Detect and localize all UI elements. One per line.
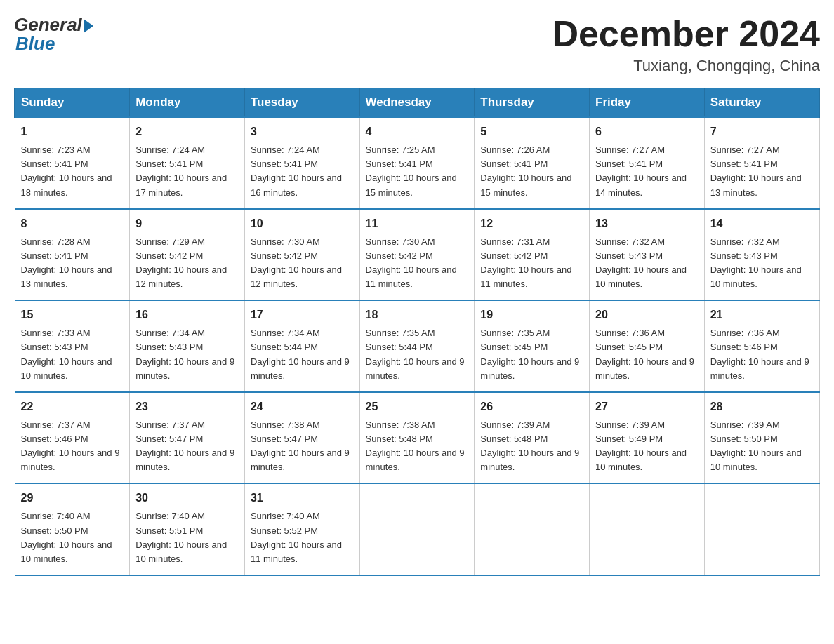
calendar-day-cell: 8 Sunrise: 7:28 AM Sunset: 5:41 PM Dayli… xyxy=(15,209,130,301)
day-info: Sunrise: 7:35 AM Sunset: 5:44 PM Dayligh… xyxy=(366,328,465,380)
day-number: 9 xyxy=(135,215,239,232)
day-info: Sunrise: 7:39 AM Sunset: 5:49 PM Dayligh… xyxy=(595,420,687,472)
calendar-day-cell: 22 Sunrise: 7:37 AM Sunset: 5:46 PM Dayl… xyxy=(15,392,130,484)
title-block: December 2024 Tuxiang, Chongqing, China xyxy=(552,14,820,75)
calendar-day-cell: 2 Sunrise: 7:24 AM Sunset: 5:41 PM Dayli… xyxy=(130,117,245,209)
calendar-day-cell: 26 Sunrise: 7:39 AM Sunset: 5:48 PM Dayl… xyxy=(475,392,590,484)
calendar-day-cell: 5 Sunrise: 7:26 AM Sunset: 5:41 PM Dayli… xyxy=(475,117,590,209)
day-info: Sunrise: 7:29 AM Sunset: 5:42 PM Dayligh… xyxy=(135,236,227,289)
day-info: Sunrise: 7:36 AM Sunset: 5:46 PM Dayligh… xyxy=(710,328,809,380)
calendar-day-cell xyxy=(359,483,475,575)
day-number: 30 xyxy=(135,490,239,507)
day-number: 8 xyxy=(21,215,124,232)
day-number: 7 xyxy=(710,123,814,140)
day-info: Sunrise: 7:25 AM Sunset: 5:41 PM Dayligh… xyxy=(366,145,457,197)
day-number: 5 xyxy=(480,123,583,140)
day-number: 19 xyxy=(480,307,583,323)
calendar-day-cell: 23 Sunrise: 7:37 AM Sunset: 5:47 PM Dayl… xyxy=(130,392,245,484)
calendar-day-cell: 6 Sunrise: 7:27 AM Sunset: 5:41 PM Dayli… xyxy=(590,117,705,209)
day-number: 13 xyxy=(595,215,699,232)
calendar-week-row: 1 Sunrise: 7:23 AM Sunset: 5:41 PM Dayli… xyxy=(15,117,819,209)
day-info: Sunrise: 7:36 AM Sunset: 5:45 PM Dayligh… xyxy=(595,328,694,380)
day-info: Sunrise: 7:37 AM Sunset: 5:46 PM Dayligh… xyxy=(21,420,120,472)
day-info: Sunrise: 7:24 AM Sunset: 5:41 PM Dayligh… xyxy=(251,145,342,197)
calendar-day-cell: 25 Sunrise: 7:38 AM Sunset: 5:48 PM Dayl… xyxy=(359,392,475,484)
calendar-day-cell: 1 Sunrise: 7:23 AM Sunset: 5:41 PM Dayli… xyxy=(15,117,130,209)
day-number: 16 xyxy=(135,307,239,323)
day-of-week-header: Wednesday xyxy=(359,88,475,118)
calendar-day-cell: 15 Sunrise: 7:33 AM Sunset: 5:43 PM Dayl… xyxy=(15,300,130,392)
day-of-week-header: Friday xyxy=(590,88,705,118)
day-number: 3 xyxy=(251,123,354,140)
day-info: Sunrise: 7:39 AM Sunset: 5:50 PM Dayligh… xyxy=(710,420,802,472)
calendar-day-cell: 11 Sunrise: 7:30 AM Sunset: 5:42 PM Dayl… xyxy=(359,209,475,301)
page-header: General Blue December 2024 Tuxiang, Chon… xyxy=(14,14,820,75)
location-title: Tuxiang, Chongqing, China xyxy=(552,57,820,75)
calendar-day-cell xyxy=(704,483,819,575)
day-of-week-header: Saturday xyxy=(704,88,819,118)
logo-arrow-icon xyxy=(84,19,93,33)
calendar-day-cell: 3 Sunrise: 7:24 AM Sunset: 5:41 PM Dayli… xyxy=(244,117,359,209)
day-info: Sunrise: 7:30 AM Sunset: 5:42 PM Dayligh… xyxy=(251,236,342,289)
calendar-table: SundayMondayTuesdayWednesdayThursdayFrid… xyxy=(14,88,820,576)
calendar-week-row: 22 Sunrise: 7:37 AM Sunset: 5:46 PM Dayl… xyxy=(15,392,819,484)
day-info: Sunrise: 7:24 AM Sunset: 5:41 PM Dayligh… xyxy=(135,145,227,197)
day-number: 26 xyxy=(480,398,583,415)
day-info: Sunrise: 7:34 AM Sunset: 5:43 PM Dayligh… xyxy=(135,328,234,380)
day-number: 12 xyxy=(480,215,583,232)
day-of-week-header: Tuesday xyxy=(244,88,359,118)
calendar-week-row: 29 Sunrise: 7:40 AM Sunset: 5:50 PM Dayl… xyxy=(15,483,819,575)
calendar-day-cell: 24 Sunrise: 7:38 AM Sunset: 5:47 PM Dayl… xyxy=(244,392,359,484)
day-info: Sunrise: 7:35 AM Sunset: 5:45 PM Dayligh… xyxy=(480,328,579,380)
day-number: 31 xyxy=(251,490,354,507)
calendar-day-cell xyxy=(475,483,590,575)
day-info: Sunrise: 7:37 AM Sunset: 5:47 PM Dayligh… xyxy=(135,420,234,472)
calendar-day-cell: 9 Sunrise: 7:29 AM Sunset: 5:42 PM Dayli… xyxy=(130,209,245,301)
logo: General Blue xyxy=(14,14,93,55)
calendar-day-cell: 29 Sunrise: 7:40 AM Sunset: 5:50 PM Dayl… xyxy=(15,483,130,575)
day-info: Sunrise: 7:30 AM Sunset: 5:42 PM Dayligh… xyxy=(366,236,457,289)
day-number: 24 xyxy=(251,398,354,415)
day-number: 4 xyxy=(366,123,469,140)
day-info: Sunrise: 7:38 AM Sunset: 5:47 PM Dayligh… xyxy=(251,420,350,472)
day-number: 2 xyxy=(135,123,239,140)
day-info: Sunrise: 7:32 AM Sunset: 5:43 PM Dayligh… xyxy=(595,236,687,289)
day-info: Sunrise: 7:34 AM Sunset: 5:44 PM Dayligh… xyxy=(251,328,350,380)
day-number: 22 xyxy=(21,398,124,415)
logo-blue-text: Blue xyxy=(14,33,55,55)
day-info: Sunrise: 7:40 AM Sunset: 5:50 PM Dayligh… xyxy=(21,511,112,563)
calendar-day-cell: 7 Sunrise: 7:27 AM Sunset: 5:41 PM Dayli… xyxy=(704,117,819,209)
calendar-week-row: 8 Sunrise: 7:28 AM Sunset: 5:41 PM Dayli… xyxy=(15,209,819,301)
calendar-day-cell: 13 Sunrise: 7:32 AM Sunset: 5:43 PM Dayl… xyxy=(590,209,705,301)
day-info: Sunrise: 7:26 AM Sunset: 5:41 PM Dayligh… xyxy=(480,145,571,197)
month-title: December 2024 xyxy=(552,14,820,54)
day-number: 6 xyxy=(595,123,699,140)
calendar-week-row: 15 Sunrise: 7:33 AM Sunset: 5:43 PM Dayl… xyxy=(15,300,819,392)
calendar-day-cell: 18 Sunrise: 7:35 AM Sunset: 5:44 PM Dayl… xyxy=(359,300,475,392)
calendar-header-row: SundayMondayTuesdayWednesdayThursdayFrid… xyxy=(15,88,819,118)
day-number: 17 xyxy=(251,307,354,323)
day-of-week-header: Thursday xyxy=(475,88,590,118)
calendar-day-cell: 14 Sunrise: 7:32 AM Sunset: 5:43 PM Dayl… xyxy=(704,209,819,301)
day-info: Sunrise: 7:27 AM Sunset: 5:41 PM Dayligh… xyxy=(595,145,687,197)
day-info: Sunrise: 7:40 AM Sunset: 5:51 PM Dayligh… xyxy=(135,511,227,563)
day-info: Sunrise: 7:39 AM Sunset: 5:48 PM Dayligh… xyxy=(480,420,579,472)
day-number: 1 xyxy=(21,123,124,140)
calendar-day-cell: 21 Sunrise: 7:36 AM Sunset: 5:46 PM Dayl… xyxy=(704,300,819,392)
day-of-week-header: Monday xyxy=(130,88,245,118)
calendar-day-cell: 27 Sunrise: 7:39 AM Sunset: 5:49 PM Dayl… xyxy=(590,392,705,484)
day-info: Sunrise: 7:28 AM Sunset: 5:41 PM Dayligh… xyxy=(21,236,112,289)
calendar-day-cell: 19 Sunrise: 7:35 AM Sunset: 5:45 PM Dayl… xyxy=(475,300,590,392)
day-info: Sunrise: 7:40 AM Sunset: 5:52 PM Dayligh… xyxy=(251,511,342,563)
calendar-day-cell: 20 Sunrise: 7:36 AM Sunset: 5:45 PM Dayl… xyxy=(590,300,705,392)
day-number: 20 xyxy=(595,307,699,323)
day-info: Sunrise: 7:33 AM Sunset: 5:43 PM Dayligh… xyxy=(21,328,112,380)
calendar-day-cell: 12 Sunrise: 7:31 AM Sunset: 5:42 PM Dayl… xyxy=(475,209,590,301)
day-number: 23 xyxy=(135,398,239,415)
day-number: 29 xyxy=(21,490,124,507)
calendar-day-cell: 4 Sunrise: 7:25 AM Sunset: 5:41 PM Dayli… xyxy=(359,117,475,209)
day-of-week-header: Sunday xyxy=(15,88,130,118)
day-number: 14 xyxy=(710,215,814,232)
calendar-day-cell: 30 Sunrise: 7:40 AM Sunset: 5:51 PM Dayl… xyxy=(130,483,245,575)
day-info: Sunrise: 7:23 AM Sunset: 5:41 PM Dayligh… xyxy=(21,145,112,197)
